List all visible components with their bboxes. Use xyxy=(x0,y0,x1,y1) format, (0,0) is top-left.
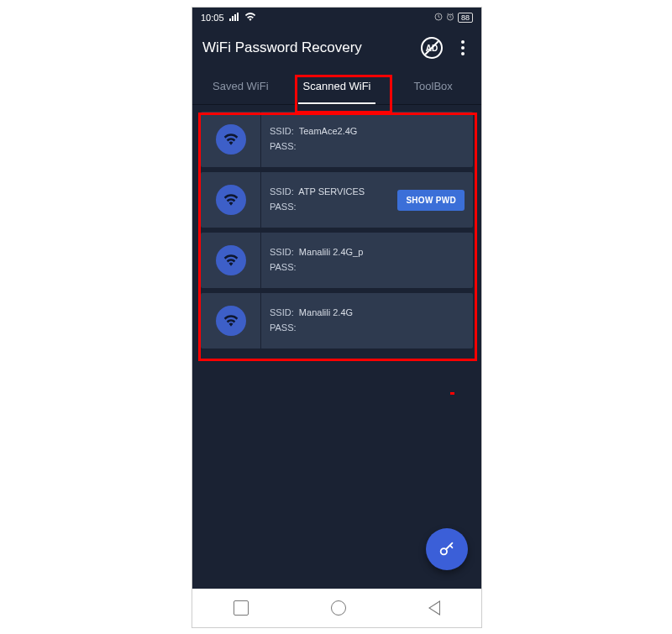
ad-label: AD xyxy=(426,44,438,53)
ssid-value: ATP SERVICES xyxy=(298,186,365,196)
battery-indicator: 88 xyxy=(458,13,473,23)
wifi-icon-cell xyxy=(201,172,261,228)
wifi-text: SSID: Manalili 2.4G PASS: xyxy=(270,306,465,335)
tab-bar: Saved WiFi Scanned WiFi ToolBox xyxy=(192,68,481,105)
tab-toolbox[interactable]: ToolBox xyxy=(385,68,481,104)
wifi-text: SSID: TeamAce2.4G PASS: xyxy=(270,124,465,154)
annotation-dot xyxy=(450,392,454,395)
show-pwd-button[interactable]: SHOW PWD xyxy=(397,190,465,211)
wifi-icon xyxy=(216,185,246,215)
wifi-icon xyxy=(216,245,246,275)
pass-label: PASS: xyxy=(270,322,297,333)
wifi-row[interactable]: SSID: Manalili 2.4G PASS: xyxy=(201,293,473,348)
ssid-value: Manalili 2.4G_p xyxy=(299,247,363,257)
ssid-label: SSID: xyxy=(270,307,294,317)
notification-icon xyxy=(434,13,443,23)
key-icon xyxy=(438,540,456,558)
nav-recent-button[interactable] xyxy=(234,600,249,616)
wifi-text: SSID: Manalili 2.4G_p PASS: xyxy=(270,245,465,275)
wifi-row[interactable]: SSID: TeamAce2.4G PASS: xyxy=(201,112,473,167)
status-bar: 10:05 88 xyxy=(192,8,481,28)
wifi-body: SSID: ATP SERVICES PASS: SHOW PWD xyxy=(261,172,473,228)
ssid-label: SSID: xyxy=(270,126,294,136)
wifi-status-icon xyxy=(244,13,256,23)
phone-screen: 10:05 88 WiFi Password Recovery AD xyxy=(192,7,482,628)
wifi-row[interactable]: SSID: Manalili 2.4G_p PASS: xyxy=(201,233,473,288)
wifi-row[interactable]: SSID: ATP SERVICES PASS: SHOW PWD xyxy=(201,172,473,228)
wifi-list: SSID: TeamAce2.4G PASS: SSID: ATP SERVIC… xyxy=(192,105,481,355)
android-nav-bar xyxy=(192,589,481,627)
wifi-icon xyxy=(216,306,246,336)
alarm-icon xyxy=(446,13,454,23)
wifi-body: SSID: TeamAce2.4G PASS: xyxy=(261,112,473,167)
wifi-body: SSID: Manalili 2.4G_p PASS: xyxy=(261,233,473,288)
wifi-text: SSID: ATP SERVICES PASS: xyxy=(270,185,391,214)
app-title: WiFi Password Recovery xyxy=(202,39,414,56)
status-time: 10:05 xyxy=(201,13,224,23)
tab-saved-wifi[interactable]: Saved WiFi xyxy=(192,68,289,104)
no-ads-icon[interactable]: AD xyxy=(421,37,443,59)
signal-icon xyxy=(229,13,239,23)
pass-label: PASS: xyxy=(270,202,297,212)
nav-back-button[interactable] xyxy=(429,601,440,615)
ssid-value: Manalili 2.4G xyxy=(299,307,353,317)
wifi-icon-cell xyxy=(201,233,261,288)
fab-key-button[interactable] xyxy=(426,528,468,570)
ssid-label: SSID: xyxy=(270,247,294,257)
overflow-menu-icon[interactable] xyxy=(454,40,471,55)
app-bar: WiFi Password Recovery AD xyxy=(192,28,481,68)
wifi-icon xyxy=(216,124,246,155)
ssid-value: TeamAce2.4G xyxy=(299,126,358,136)
tab-scanned-wifi[interactable]: Scanned WiFi xyxy=(289,68,386,104)
pass-label: PASS: xyxy=(270,141,297,151)
ssid-label: SSID: xyxy=(270,186,294,196)
wifi-body: SSID: Manalili 2.4G PASS: xyxy=(261,293,473,348)
wifi-icon-cell xyxy=(201,112,261,167)
nav-home-button[interactable] xyxy=(331,600,346,616)
wifi-icon-cell xyxy=(201,293,261,348)
pass-label: PASS: xyxy=(270,262,297,272)
